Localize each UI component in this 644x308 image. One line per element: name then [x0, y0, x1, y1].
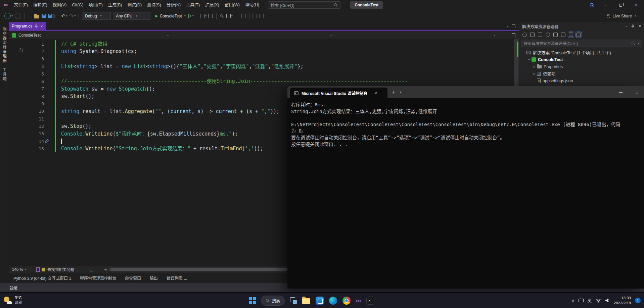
- bookmark-next-button[interactable]: [258, 12, 265, 20]
- tree-item[interactable]: ▼ConsoleTest: [519, 56, 644, 63]
- code-line[interactable]: 1// C# string数组: [9, 40, 519, 48]
- chrome-icon[interactable]: [342, 297, 351, 305]
- se-toolbar-button[interactable]: [530, 33, 535, 37]
- breakpoint-margin[interactable]: [9, 63, 26, 70]
- panel-tab[interactable]: 输出: [146, 275, 161, 281]
- se-toolbar-button[interactable]: [522, 33, 527, 37]
- tree-item[interactable]: ▷依赖项: [519, 70, 644, 77]
- menu-item[interactable]: 扩展(X): [202, 0, 222, 10]
- ime-indicator[interactable]: 英: [588, 298, 592, 303]
- menu-item[interactable]: 编辑(E): [31, 0, 50, 10]
- new-console-tab-button[interactable]: +: [392, 89, 395, 95]
- expand-arrow-icon[interactable]: ▷: [532, 65, 537, 68]
- start-debugging-button[interactable]: ▶ ConsoleTest ▾: [154, 12, 187, 20]
- console-tab[interactable]: Microsoft Visual Studio 调试控制台 ×: [290, 88, 387, 98]
- undo-button[interactable]: ↶▾: [60, 12, 68, 20]
- breakpoint-margin[interactable]: [9, 138, 26, 145]
- menu-item[interactable]: Git(G): [69, 0, 86, 10]
- weather-widget[interactable]: 9°C 晴朗: [3, 293, 22, 308]
- hot-reload-button[interactable]: ▾: [199, 12, 208, 20]
- notification-badge[interactable]: 1: [635, 298, 641, 303]
- solution-explorer-search-input[interactable]: 搜索解决方案资源管理器(Ctrl+;) ▾: [521, 40, 642, 47]
- new-tab-icon[interactable]: [512, 24, 515, 28]
- volume-icon[interactable]: [605, 298, 610, 303]
- solution-configuration-select[interactable]: Debug▾: [82, 12, 111, 20]
- code-line[interactable]: 2using System.Diagnostics;: [9, 48, 519, 55]
- uncomment-button[interactable]: [240, 12, 247, 20]
- find-in-files-button[interactable]: [219, 12, 225, 20]
- live-share-button[interactable]: Live Share ▾: [606, 14, 636, 18]
- se-toolbar-button[interactable]: [538, 33, 542, 37]
- clock[interactable]: 13:39 2023/2/18: [614, 296, 631, 306]
- minimize-button[interactable]: [598, 0, 613, 10]
- code-line[interactable]: 6//-------------------------------------…: [9, 78, 519, 85]
- visual-studio-icon[interactable]: ∞: [356, 297, 361, 304]
- console-tab-dropdown-icon[interactable]: ▾: [400, 91, 402, 94]
- tab-list-dropdown-icon[interactable]: ▾: [507, 25, 508, 28]
- save-all-button[interactable]: [47, 12, 56, 20]
- se-toolbar-button[interactable]: [553, 33, 558, 37]
- open-file-button[interactable]: [33, 12, 40, 20]
- se-toolbar-button[interactable]: [569, 33, 573, 37]
- breakpoint-margin[interactable]: [9, 108, 26, 115]
- tab-close-icon[interactable]: ×: [40, 24, 43, 29]
- menu-item[interactable]: 文件(F): [11, 0, 31, 10]
- redo-button[interactable]: ↷▾: [68, 12, 77, 20]
- breakpoint-margin[interactable]: [9, 40, 26, 48]
- document-health-icon[interactable]: [36, 267, 40, 272]
- zoom-select[interactable]: 140 % ▾: [11, 267, 28, 271]
- tree-item[interactable]: appsettings.json: [519, 77, 644, 84]
- breakpoint-margin[interactable]: [9, 70, 26, 78]
- start-without-debugging-button[interactable]: ▾: [187, 12, 195, 20]
- pin-icon[interactable]: [35, 24, 38, 28]
- tray-overflow-chevron-icon[interactable]: ∧: [572, 298, 574, 303]
- settings-icon[interactable]: [316, 297, 324, 305]
- console-tab-close-icon[interactable]: ×: [374, 91, 377, 96]
- navigate-back-button[interactable]: ←▾: [3, 12, 14, 20]
- se-toolbar-button[interactable]: [561, 33, 565, 37]
- restore-button[interactable]: [613, 0, 629, 10]
- bookmark-button[interactable]: [251, 12, 258, 20]
- quick-search-input[interactable]: 搜索 (Ctrl+Q): [268, 1, 340, 9]
- terminal-icon[interactable]: >_: [366, 297, 374, 305]
- taskbar-search[interactable]: 搜索: [261, 296, 285, 306]
- menu-item[interactable]: 窗口(W): [222, 0, 242, 10]
- close-button[interactable]: ×: [629, 0, 644, 10]
- tool-window-tab[interactable]: 工具箱: [2, 68, 7, 82]
- project-dropdown[interactable]: ConsoleTest ▾: [9, 32, 172, 39]
- comment-button[interactable]: [234, 12, 240, 20]
- task-view-button[interactable]: [290, 297, 297, 304]
- breakpoint-margin[interactable]: [9, 93, 26, 100]
- new-file-button[interactable]: [27, 12, 33, 20]
- start-button[interactable]: [249, 297, 256, 304]
- breakpoint-margin[interactable]: [9, 145, 26, 152]
- code-line[interactable]: 4List<string> list = new List<string>(){…: [9, 63, 519, 70]
- menu-item[interactable]: 测试(S): [144, 0, 164, 10]
- panel-tab[interactable]: Python 3.9 (64-bit) 交互式窗口 1: [10, 275, 75, 281]
- se-toolbar-button[interactable]: [577, 33, 581, 37]
- split-view-icon[interactable]: [512, 33, 515, 37]
- menu-item[interactable]: 生成(B): [105, 0, 125, 10]
- pin-icon[interactable]: [631, 24, 635, 28]
- breakpoint-margin[interactable]: [9, 115, 26, 122]
- wifi-icon[interactable]: [596, 299, 601, 303]
- tree-item[interactable]: 解决方案 'ConsoleTest' (1 个项目, 共 1 个): [519, 49, 644, 56]
- menu-item[interactable]: 工具(T): [183, 0, 202, 10]
- panel-menu-icon[interactable]: ▾: [626, 25, 627, 28]
- code-line[interactable]: 3: [9, 55, 519, 63]
- code-map-button[interactable]: ▾: [225, 12, 234, 20]
- solution-name-pill[interactable]: ConsoleTest: [350, 1, 383, 9]
- breakpoint-margin[interactable]: [9, 130, 26, 138]
- connection-icon[interactable]: [90, 268, 93, 271]
- breakpoint-margin[interactable]: [9, 78, 26, 85]
- menu-item[interactable]: 视图(V): [50, 0, 70, 10]
- break-all-button[interactable]: [208, 12, 214, 20]
- account-avatar[interactable]: R: [586, 2, 598, 8]
- expand-arrow-icon[interactable]: ▷: [532, 72, 537, 75]
- panel-tab[interactable]: 错误列表 ...: [163, 275, 190, 281]
- menu-item[interactable]: 分析(N): [164, 0, 183, 10]
- tab-program-cs[interactable]: Program.cs ×: [9, 22, 46, 31]
- breakpoint-margin[interactable]: [9, 85, 26, 93]
- breakpoint-margin[interactable]: [9, 100, 26, 107]
- breakpoint-margin[interactable]: [9, 122, 26, 130]
